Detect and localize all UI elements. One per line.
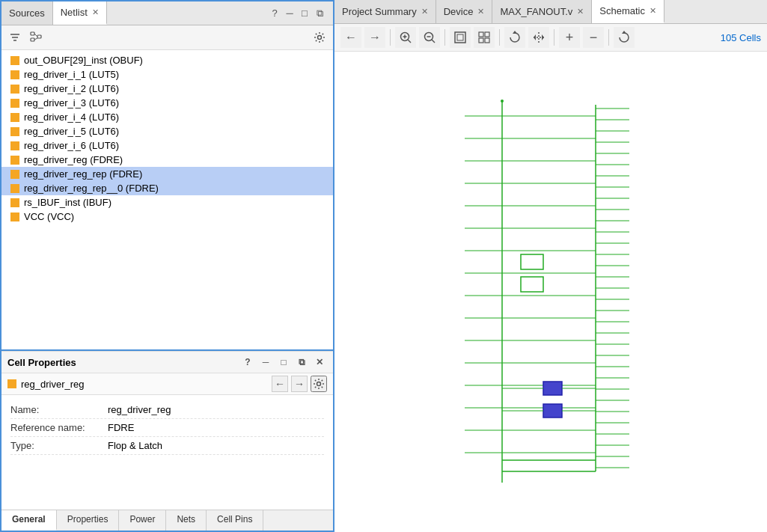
tab-help-area: ? ─ □ ⧉: [261, 1, 333, 25]
item-icon: [10, 213, 19, 221]
fit2-icon: [477, 31, 491, 44]
cell-props-close-icon[interactable]: ✕: [312, 355, 327, 370]
list-item[interactable]: VCC (VCC): [1, 210, 333, 224]
item-icon: [10, 99, 19, 108]
schematic-canvas[interactable]: [334, 52, 767, 532]
sources-tab-label: Sources: [9, 7, 45, 19]
list-item[interactable]: reg_driver_i_2 (LUT6): [1, 82, 333, 96]
add-button[interactable]: +: [559, 27, 580, 48]
subtract-button[interactable]: −: [583, 27, 604, 48]
cell-tab-general[interactable]: General: [1, 510, 57, 531]
schematic-svg: [457, 94, 644, 490]
device-label: Device: [444, 6, 474, 17]
item-icon: [10, 170, 19, 179]
svg-line-6: [34, 34, 37, 37]
list-item-selected[interactable]: reg_driver_reg_rep (FDRE): [1, 167, 333, 181]
svg-rect-96: [543, 382, 562, 395]
tab-device[interactable]: Device ✕: [436, 0, 493, 23]
list-item[interactable]: reg_driver_i_4 (LUT6): [1, 110, 333, 124]
cell-settings-icon: [313, 378, 325, 390]
svg-point-9: [317, 382, 321, 386]
cell-tab-properties[interactable]: Properties: [57, 510, 120, 531]
cell-tab-nets[interactable]: Nets: [166, 510, 207, 531]
device-close[interactable]: ✕: [477, 7, 484, 16]
list-item[interactable]: reg_driver_i_1 (LUT5): [1, 67, 333, 82]
rotate-button[interactable]: [504, 27, 525, 48]
netlist-list[interactable]: out_OBUF[29]_inst (OBUF) reg_driver_i_1 …: [1, 50, 333, 349]
props-content: Name: reg_driver_reg Reference name: FDR…: [1, 395, 333, 510]
nav-forward-button[interactable]: →: [291, 376, 308, 392]
item-icon: [10, 113, 19, 122]
right-tab-bar: Project Summary ✕ Device ✕ MAX_FANOUT.v …: [334, 0, 767, 24]
refresh-icon: [617, 31, 631, 44]
zoom-out-button[interactable]: [419, 27, 440, 48]
item-label: reg_driver_i_5 (LUT6): [24, 126, 119, 137]
list-item[interactable]: out_OBUF[29]_inst (OBUF): [1, 53, 333, 67]
svg-rect-21: [479, 38, 483, 43]
prop-name-value: reg_driver_reg: [108, 404, 171, 415]
maximize-icon[interactable]: □: [297, 6, 312, 21]
cell-props-help-icon[interactable]: ?: [240, 355, 255, 370]
svg-point-8: [318, 36, 322, 40]
settings-button[interactable]: [311, 28, 329, 46]
back-button[interactable]: ←: [340, 27, 361, 48]
fit2-button[interactable]: [474, 27, 495, 48]
tab-netlist[interactable]: Netlist ✕: [53, 1, 107, 25]
maxfanout-label: MAX_FANOUT.v: [500, 6, 572, 17]
zoom-in-icon: [399, 31, 412, 44]
list-item[interactable]: reg_driver_i_6 (LUT6): [1, 138, 333, 153]
filter-button[interactable]: [6, 28, 24, 46]
forward-button[interactable]: →: [364, 27, 385, 48]
svg-line-16: [432, 40, 435, 43]
list-item[interactable]: reg_driver_reg (FDRE): [1, 153, 333, 167]
zoom-in-button[interactable]: [395, 27, 416, 48]
tab-schematic[interactable]: Schematic ✕: [592, 0, 664, 23]
nav-back-button[interactable]: ←: [272, 376, 288, 392]
list-item[interactable]: reg_driver_i_3 (LUT6): [1, 96, 333, 110]
schematic-close[interactable]: ✕: [650, 6, 656, 16]
help-icon[interactable]: ?: [267, 6, 282, 21]
cell-props-maximize-icon[interactable]: □: [276, 355, 291, 370]
list-item[interactable]: reg_driver_i_5 (LUT6): [1, 124, 333, 138]
svg-rect-94: [521, 254, 543, 269]
svg-marker-26: [622, 31, 626, 34]
flip-button[interactable]: [528, 27, 549, 48]
cell-tab-power[interactable]: Power: [119, 510, 166, 531]
svg-marker-24: [534, 34, 536, 40]
filter-icon: [9, 31, 21, 43]
cell-properties-header: Cell Properties ? ─ □ ⧉ ✕: [1, 351, 333, 373]
minimize-icon[interactable]: ─: [282, 6, 297, 21]
prop-row-refname: Reference name: FDRE: [10, 419, 324, 437]
item-icon: [10, 184, 19, 193]
cell-tab-cellpins[interactable]: Cell Pins: [207, 510, 263, 531]
float-icon[interactable]: ⧉: [312, 6, 327, 21]
svg-rect-4: [31, 38, 34, 41]
project-summary-close[interactable]: ✕: [421, 7, 428, 16]
tab-project-summary[interactable]: Project Summary ✕: [334, 0, 436, 23]
svg-rect-5: [37, 35, 41, 38]
netlist-tab-close[interactable]: ✕: [92, 7, 99, 17]
list-item[interactable]: rs_IBUF_inst (IBUF): [1, 195, 333, 210]
cell-settings-button[interactable]: [311, 376, 327, 392]
item-label: reg_driver_i_1 (LUT5): [24, 69, 119, 80]
refresh-button[interactable]: [614, 27, 635, 48]
svg-rect-97: [543, 404, 562, 418]
maxfanout-close[interactable]: ✕: [577, 7, 584, 16]
tab-sources[interactable]: Sources: [1, 1, 53, 25]
item-label: reg_driver_reg (FDRE): [24, 154, 123, 165]
schematic-label: Schematic: [599, 5, 645, 16]
left-panel: Sources Netlist ✕ ? ─ □ ⧉: [0, 0, 334, 532]
hierarchy-button[interactable]: [27, 28, 45, 46]
fit-icon: [453, 31, 467, 44]
tab-maxfanout[interactable]: MAX_FANOUT.v ✕: [492, 0, 592, 23]
flip-icon: [532, 31, 546, 44]
cell-props-float-icon[interactable]: ⧉: [294, 355, 309, 370]
prop-refname-value: FDRE: [108, 422, 134, 433]
settings-icon: [314, 31, 326, 43]
list-item-selected[interactable]: reg_driver_reg_rep__0 (FDRE): [1, 181, 333, 195]
svg-line-13: [408, 40, 411, 43]
svg-rect-20: [485, 32, 489, 37]
toolbar-separator: [444, 29, 445, 46]
fit-button[interactable]: [450, 27, 471, 48]
cell-props-minimize-icon[interactable]: ─: [258, 355, 273, 370]
